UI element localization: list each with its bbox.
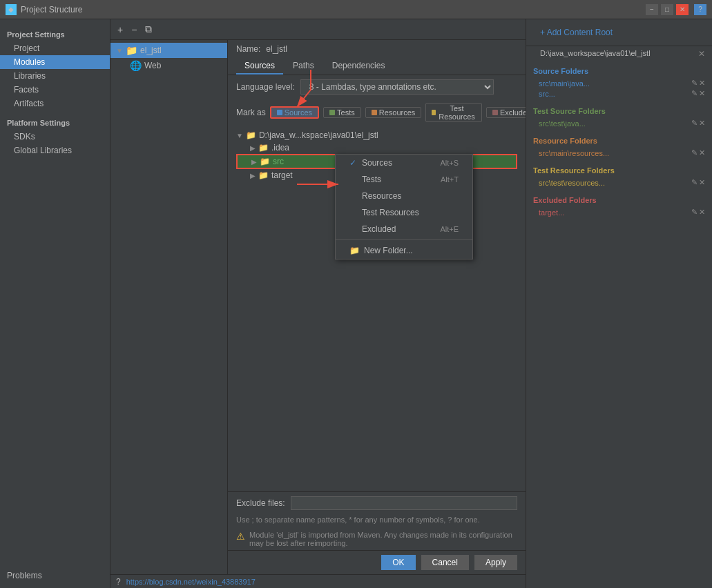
ctx-sources[interactable]: ✓ Sources Alt+S <box>336 155 472 171</box>
window-controls: − □ ✕ ? <box>646 4 706 15</box>
mark-sources-button[interactable]: Sources <box>270 106 319 119</box>
expand-arrow: ▼ <box>116 47 123 55</box>
tests-check-icon: ✓ <box>349 175 359 184</box>
sidebar-item-modules[interactable]: Modules <box>0 55 110 69</box>
test-resource-path-1: src\test\resources... <box>539 179 605 187</box>
remove-icon-6[interactable]: ✕ <box>699 208 705 217</box>
module-folder-icon: 📁 <box>126 45 137 56</box>
resources-dot <box>372 110 377 115</box>
mark-excluded-button[interactable]: Excluded <box>486 107 526 118</box>
warning-row: ⚠ Module 'el_jstl' is imported from Mave… <box>228 528 526 550</box>
ctx-sources-shortcut: Alt+S <box>440 159 459 167</box>
language-level-row: Language level: 8 - Lambdas, type annota… <box>228 75 526 99</box>
module-tree-item-web[interactable]: 🌐 Web <box>110 58 227 73</box>
tab-dependencies[interactable]: Dependencies <box>324 58 394 75</box>
edit-icon-5[interactable]: ✎ <box>691 178 697 187</box>
edit-icon-1[interactable]: ✎ <box>691 79 697 88</box>
title-bar: ◆ Project Structure − □ ✕ ? <box>0 0 712 19</box>
remove-icon-1[interactable]: ✕ <box>699 79 705 88</box>
excluded-path-1: target... <box>539 208 564 217</box>
warning-text: Module 'el_jstl' is imported from Maven.… <box>249 531 517 547</box>
sources-dot <box>277 110 282 115</box>
sidebar-item-project[interactable]: Project <box>0 41 110 55</box>
remove-icon-3[interactable]: ✕ <box>699 119 705 128</box>
sidebar-item-sdks[interactable]: SDKs <box>0 130 110 144</box>
root-path-text: D:\java_w...kspace\java01\el_jstl <box>259 130 378 140</box>
sidebar-item-facets[interactable]: Facets <box>0 83 110 97</box>
sidebar-item-problems[interactable]: Problems <box>7 569 103 582</box>
ctx-new-folder[interactable]: 📁 New Folder... <box>336 242 472 259</box>
idea-folder-icon: 📁 <box>258 143 269 153</box>
tab-sources[interactable]: Sources <box>236 58 283 75</box>
test-resource-folder-item-1: src\test\resources... ✎ ✕ <box>533 177 705 188</box>
test-resource-folders-title: Test Resource Folders <box>533 166 705 175</box>
resources-check-icon: ✓ <box>349 191 359 201</box>
right-panel: + Add Content Root D:\java_workspace\jav… <box>526 19 712 588</box>
mark-test-resources-button[interactable]: Test Resources <box>425 103 482 122</box>
right-root-path: D:\java_workspace\java01\el_jstl <box>533 48 657 60</box>
maximize-button[interactable]: □ <box>661 4 673 15</box>
right-header: + Add Content Root <box>526 19 712 46</box>
ctx-test-resources[interactable]: ✓ Test Resources <box>336 204 472 221</box>
language-level-select[interactable]: 8 - Lambdas, type annotations etc. <box>300 79 494 95</box>
right-test-source-folders: Test Source Folders src\test\java... ✎ ✕ <box>526 103 712 133</box>
ctx-resources[interactable]: ✓ Resources <box>336 188 472 204</box>
test-source-folder-item-1: src\test\java... ✎ ✕ <box>533 118 705 128</box>
edit-icon-4[interactable]: ✎ <box>691 148 697 157</box>
remove-button[interactable]: − <box>128 23 139 37</box>
ctx-resources-label: Resources <box>362 191 401 201</box>
edit-icon-6[interactable]: ✎ <box>691 208 697 217</box>
root-folder-icon: 📁 <box>246 130 256 140</box>
ok-button[interactable]: OK <box>381 555 415 570</box>
tabs-row: Sources Paths Dependencies <box>228 58 526 75</box>
module-tree-item-el-jstl[interactable]: ▼ 📁 el_jstl <box>110 43 227 58</box>
remove-icon-2[interactable]: ✕ <box>699 89 705 98</box>
exclude-files-input[interactable] <box>291 496 517 510</box>
add-content-root-button[interactable]: + Add Content Root <box>533 23 619 41</box>
test-resources-check-icon: ✓ <box>349 208 359 217</box>
right-test-resource-folders: Test Resource Folders src\test\resources… <box>526 162 712 192</box>
src-folder-name: src <box>273 157 284 166</box>
help-button[interactable]: ? <box>694 4 706 15</box>
mark-as-row: Mark as Sources Tests Resources <box>228 99 526 126</box>
resource-folder-item-1: src\main\resources... ✎ ✕ <box>533 148 705 158</box>
ctx-tests[interactable]: ✓ Tests Alt+T <box>336 171 472 188</box>
ctx-sources-label: Sources <box>362 158 392 168</box>
minimize-button[interactable]: − <box>646 4 658 15</box>
source-path-1: src\main\java... <box>539 79 590 88</box>
sidebar-item-global-libraries[interactable]: Global Libraries <box>0 144 110 157</box>
apply-button[interactable]: Apply <box>474 555 517 570</box>
close-button[interactable]: ✕ <box>676 4 689 15</box>
window-title: Project Structure <box>21 5 82 14</box>
sidebar-item-libraries[interactable]: Libraries <box>0 69 110 83</box>
sidebar-item-artifacts[interactable]: Artifacts <box>0 97 110 110</box>
ctx-tests-shortcut: Alt+T <box>441 175 459 184</box>
mark-resources-button[interactable]: Resources <box>365 107 422 118</box>
target-folder-name: target <box>271 170 293 180</box>
sidebar-bottom: Problems <box>0 563 110 588</box>
cancel-button[interactable]: Cancel <box>421 555 469 570</box>
add-button[interactable]: + <box>115 23 126 37</box>
web-icon: 🌐 <box>130 60 142 71</box>
ctx-excluded[interactable]: ✓ Excluded Alt+E <box>336 221 472 237</box>
remove-icon-4[interactable]: ✕ <box>699 148 705 157</box>
help-question-icon[interactable]: ? <box>116 577 121 587</box>
right-resource-folders: Resource Folders src\main\resources... ✎… <box>526 133 712 162</box>
copy-button[interactable]: ⧉ <box>142 22 155 37</box>
src-folder-icon: 📁 <box>260 157 270 166</box>
mark-tests-button[interactable]: Tests <box>323 107 361 118</box>
edit-icon-2[interactable]: ✎ <box>691 89 697 98</box>
source-folders-title: Source Folders <box>533 67 705 75</box>
module-name: el_jstl <box>140 46 162 55</box>
src-arrow: ▶ <box>251 158 257 166</box>
right-close-icon[interactable]: ✕ <box>698 49 705 59</box>
platform-settings-label: Platform Settings <box>0 116 110 130</box>
idea-folder-item[interactable]: ▶ 📁 .idea <box>236 141 517 154</box>
excluded-dot <box>492 110 498 115</box>
tests-dot <box>329 110 335 115</box>
root-path-item: ▼ 📁 D:\java_w...kspace\java01\el_jstl <box>236 129 517 141</box>
edit-icon-3[interactable]: ✎ <box>691 119 697 128</box>
tab-paths[interactable]: Paths <box>285 58 323 75</box>
remove-icon-5[interactable]: ✕ <box>699 178 705 187</box>
exclude-files-label: Exclude files: <box>236 498 285 508</box>
